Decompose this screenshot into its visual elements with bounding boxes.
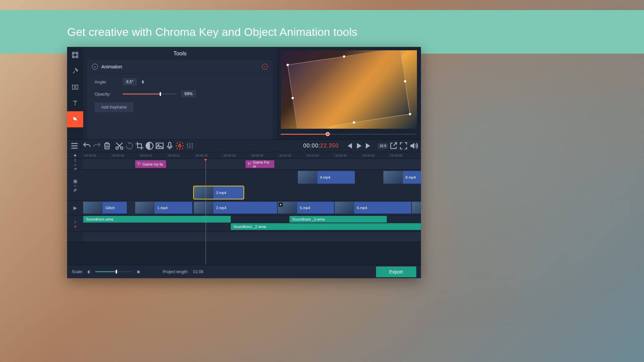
ruler-tick: 00:00:10 [139,152,167,159]
spare-track-head [67,232,83,242]
tools-panel: Tools « Animation ✓ Angle: 8,5° Opacity: [83,47,277,139]
video-clip[interactable] [412,202,421,214]
ruler-tick: 00:00:25 [222,152,250,159]
title-track-head[interactable]: T👁🔗 [67,159,83,169]
video-clip[interactable]: ★5.mp4 [278,202,334,214]
ruler-tick: 00:00:20 [195,152,222,159]
play-button[interactable] [354,141,364,150]
popout-button[interactable] [389,141,398,150]
title-clip[interactable]: T⸆Game my fa [135,160,166,168]
tab-transitions[interactable] [67,79,83,95]
opacity-label: Opacity: [95,92,118,97]
tab-titles[interactable] [67,95,83,111]
animation-panel: « Animation ✓ Angle: 8,5° Opacity: [87,60,273,139]
video-clip[interactable]: Glitch [83,202,127,214]
title-clip[interactable]: T⸆Game For m [246,160,274,168]
audio-clip[interactable]: Soundtrack _2.wma [231,223,421,230]
video-editor-window: Tools « Animation ✓ Angle: 8,5° Opacity: [67,47,421,278]
export-button[interactable]: Export [376,266,416,277]
cut-button[interactable] [115,141,124,150]
panel-title: Animation [101,64,259,69]
preview-canvas[interactable] [281,50,417,129]
handle-tc[interactable] [343,55,345,58]
video-clip[interactable]: 6.mp4 [335,202,411,214]
time-ruler[interactable]: + 00:00:0000:00:0500:00:1000:00:1500:00:… [67,152,421,159]
overlay-clip[interactable]: 3.mp4 [194,186,244,199]
overlay-track: ▣👁🔗 4.mp48.mp43.mp4 [67,170,421,200]
preview-scrubber[interactable] [281,131,417,137]
panel-content: Angle: 8,5° Opacity: 69% Add Keyframe [87,73,273,117]
svg-rect-9 [169,142,171,147]
project-length-value: 01:08 [193,269,203,274]
overlay-track-head[interactable]: ▣👁🔗 [67,170,83,200]
ruler-tick: 00:00:05 [111,152,139,159]
overlay-track-body[interactable]: 4.mp48.mp43.mp4 [83,170,421,200]
settings-button[interactable] [175,141,184,150]
audio-track-head[interactable]: ♪✖ [67,215,83,232]
scale-slider[interactable] [95,271,132,272]
redo-button[interactable] [92,141,102,150]
rotate-button[interactable] [125,141,134,150]
overlay-clip[interactable]: 4.mp4 [298,171,355,184]
preview-area [277,47,421,139]
audio-clip[interactable]: Soundtrack _3.wma [289,216,387,223]
transform-frame[interactable] [287,50,410,129]
prev-button[interactable] [344,141,354,150]
delete-button[interactable] [102,141,112,150]
svg-point-10 [179,145,181,147]
spare-track [67,232,421,242]
tab-animation[interactable] [67,111,83,127]
timecode: 00:00:22.350 [303,143,338,149]
scale-max-icon: ▣ [137,270,140,274]
image-button[interactable] [155,141,164,150]
scale-label: Scale: [72,269,83,274]
opacity-row: Opacity: 69% [95,90,265,98]
back-button[interactable]: « [92,64,98,70]
mic-button[interactable] [165,141,174,150]
next-button[interactable] [364,141,374,150]
ruler-tick: 00:00:50 [362,152,389,159]
ruler-ticks[interactable]: 00:00:0000:00:0500:00:1000:00:1500:00:20… [83,152,421,159]
handle-tl[interactable] [286,64,289,66]
handle-ml[interactable] [291,97,294,100]
opacity-value[interactable]: 69% [181,90,196,98]
tab-media[interactable] [67,47,83,63]
audio-track: ♪✖ Soundtrack.wmaSoundtrack _3.wmaSoundt… [67,215,421,232]
undo-button[interactable] [82,141,92,150]
ruler-tick: 00:00:15 [167,152,195,159]
overlay-clip[interactable]: 8.mp4 [383,171,421,184]
top-area: Tools « Animation ✓ Angle: 8,5° Opacity: [67,47,421,139]
angle-stepper[interactable] [142,80,144,84]
audio-track-body[interactable]: Soundtrack.wmaSoundtrack _3.wmaSoundtrac… [83,215,421,232]
angle-label: Angle: [95,79,118,84]
tab-effects[interactable] [67,63,83,79]
handle-mr[interactable] [404,80,407,82]
color-button[interactable] [145,141,154,150]
video-track-body[interactable]: Glitch1.mp42.mp4★5.mp46.mp4 [83,200,421,215]
apply-button[interactable]: ✓ [262,64,268,70]
video-track-head[interactable]: ▶ [67,200,83,215]
audio-clip[interactable]: Soundtrack.wma [83,216,231,223]
video-clip[interactable]: 2.mp4 [194,202,277,214]
volume-button[interactable] [409,141,418,150]
ruler-tick: 00:00:35 [278,152,306,159]
equalizer-button[interactable] [185,141,195,150]
panel-header: « Animation ✓ [87,60,273,73]
angle-value[interactable]: 8,5° [123,78,137,85]
handle-bc[interactable] [353,121,355,124]
fullscreen-button[interactable] [399,141,408,150]
video-clip[interactable]: 1.mp4 [135,202,192,214]
spare-track-body[interactable] [83,232,421,242]
add-track-button[interactable]: + [67,152,83,159]
opacity-slider[interactable] [123,94,176,95]
project-length-label: Project length: [163,269,189,274]
aspect-ratio[interactable]: 16:9 [378,143,388,149]
video-track: ▶ Glitch1.mp42.mp4★5.mp46.mp4 [67,200,421,215]
handle-br[interactable] [409,113,411,115]
angle-row: Angle: 8,5° [95,78,265,85]
title-track-body[interactable]: T⸆Game my faT⸆Game For m [83,159,421,169]
list-icon[interactable] [70,141,79,150]
hero-text: Get creative with Chroma Key and Object … [67,25,358,39]
add-keyframe-button[interactable]: Add Keyframe [95,102,133,112]
crop-button[interactable] [135,141,144,150]
